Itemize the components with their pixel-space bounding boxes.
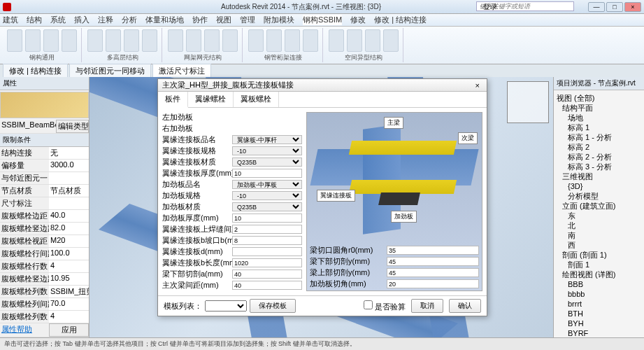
tree-item[interactable]: BYH — [557, 318, 641, 328]
minimize-button[interactable]: — — [588, 2, 605, 12]
prop-value[interactable]: 82.0 — [49, 223, 89, 234]
ribbon-button[interactable] — [142, 29, 157, 52]
menu-item[interactable]: 管理 — [240, 15, 255, 25]
prop-value[interactable]: SSBIM_扭剪... — [49, 286, 89, 298]
menu-item[interactable]: 协作 — [192, 15, 208, 25]
tree-item[interactable]: 三维视图 — [557, 172, 641, 181]
edit-type-button[interactable]: 编辑类型 — [56, 120, 89, 133]
subbar-item[interactable]: 修改 | 结构连接 — [3, 64, 68, 78]
ribbon-button[interactable] — [204, 29, 220, 52]
tree-item[interactable]: 东 — [557, 211, 641, 220]
template-list-select[interactable] — [205, 300, 247, 312]
tree-item[interactable]: bbbb — [557, 289, 641, 299]
ribbon-button[interactable] — [124, 29, 139, 52]
tree-item[interactable]: 南 — [557, 230, 641, 240]
field-select[interactable]: Q235B — [232, 158, 302, 167]
field-input[interactable] — [232, 169, 302, 178]
tree-item[interactable]: 标高 2 - 分析 — [557, 152, 641, 162]
tree-item[interactable]: 剖面 1 — [557, 260, 641, 270]
tree-item[interactable]: 标高 1 - 分析 — [557, 132, 641, 142]
menu-item[interactable]: 体量和场地 — [145, 15, 184, 25]
menu-item[interactable]: 注释 — [98, 15, 113, 25]
field-select[interactable]: 加劲板-中厚板 — [232, 180, 302, 189]
tree-item[interactable]: 西 — [557, 240, 641, 250]
cancel-button[interactable]: 取消 — [411, 299, 443, 313]
ribbon-button[interactable] — [266, 29, 282, 52]
ribbon-button[interactable] — [285, 29, 300, 52]
prop-value[interactable]: 4 — [49, 260, 89, 272]
prop-value[interactable] — [49, 172, 89, 184]
menu-item[interactable]: 视图 — [216, 15, 231, 25]
ribbon-button[interactable] — [186, 29, 201, 52]
tree-item[interactable]: 视图 (全部) — [557, 93, 641, 103]
prop-value[interactable]: 10.95 — [49, 273, 89, 285]
menu-item[interactable]: 插入 — [74, 15, 90, 25]
menu-item[interactable]: 系统 — [50, 15, 66, 25]
field-input[interactable] — [232, 281, 302, 290]
menu-item[interactable]: 分析 — [122, 15, 137, 25]
ok-button[interactable]: 确认 — [449, 299, 481, 313]
prop-value[interactable]: 70.0 — [49, 298, 89, 310]
ribbon-button[interactable] — [106, 29, 121, 52]
type-family[interactable]: SSBIM_BeamBeamS_H_H_Fix_1 — [0, 120, 56, 133]
tree-item[interactable]: brrrt — [557, 299, 641, 309]
ribbon-button[interactable] — [329, 29, 344, 52]
field-input[interactable] — [387, 246, 479, 255]
tree-item[interactable]: {3D} — [557, 181, 641, 191]
tree-item[interactable]: 标高 1 — [557, 122, 641, 132]
menu-item[interactable]: 钢构SSBIM — [303, 15, 342, 25]
props-help-link[interactable]: 属性帮助 — [0, 323, 49, 337]
viewcube[interactable] — [507, 81, 549, 123]
ribbon-button[interactable] — [7, 29, 22, 52]
prop-value[interactable]: 节点材质 — [49, 185, 89, 197]
dialog-tab[interactable]: 翼板螺栓 — [234, 92, 279, 107]
tree-item[interactable]: 标高 3 - 分析 — [557, 162, 641, 172]
field-select[interactable]: Q235B — [232, 202, 302, 211]
tree-item[interactable]: BYRF — [557, 328, 641, 337]
tree-item[interactable]: 剖面 (剖面 1) — [557, 250, 641, 260]
dialog-tab[interactable]: 板件 — [158, 92, 188, 108]
field-input[interactable] — [387, 279, 479, 288]
tree-item[interactable]: 结构平面 — [557, 103, 641, 113]
verify-checkbox[interactable]: 是否验算 — [364, 300, 406, 312]
field-input[interactable] — [232, 258, 302, 267]
prop-value[interactable]: 无 — [49, 147, 89, 159]
ribbon-button[interactable] — [87, 29, 103, 52]
ribbon-button[interactable] — [347, 29, 362, 52]
subbar-item[interactable]: 与邻近图元一同移动 — [69, 64, 151, 78]
dialog-close-button[interactable]: × — [473, 81, 482, 90]
field-select[interactable]: -10 — [232, 191, 302, 200]
field-input[interactable] — [232, 247, 302, 256]
ribbon-button[interactable] — [365, 29, 380, 52]
prop-value[interactable] — [49, 197, 89, 209]
subbar-item[interactable]: 激活尺寸标注 — [152, 64, 211, 78]
field-input[interactable] — [232, 270, 302, 279]
tree-item[interactable]: 绘图视图 (详图) — [557, 270, 641, 279]
app-menu-icon[interactable] — [3, 3, 11, 11]
ribbon-button[interactable] — [43, 29, 59, 52]
field-input[interactable] — [232, 214, 302, 223]
tree-item[interactable]: 场地 — [557, 113, 641, 122]
menu-item[interactable]: 修改 — [350, 15, 366, 25]
ribbon-button[interactable] — [25, 29, 41, 52]
maximize-button[interactable]: □ — [606, 2, 623, 12]
prop-value[interactable]: 40.0 — [49, 210, 89, 222]
field-input[interactable] — [232, 236, 302, 245]
field-input[interactable] — [387, 268, 479, 277]
field-select[interactable]: 翼缘板-中厚杆 — [232, 135, 302, 144]
prop-value[interactable]: M20 — [49, 235, 89, 247]
tree-item[interactable]: 北 — [557, 220, 641, 230]
tree-item[interactable]: 分析模型 — [557, 191, 641, 201]
dialog-tab[interactable]: 翼缘螺栓 — [188, 92, 234, 107]
prop-value[interactable]: 3000.0 — [49, 160, 89, 172]
menu-item[interactable]: 结构 — [27, 15, 42, 25]
field-select[interactable]: -10 — [232, 146, 302, 155]
ribbon-button[interactable] — [222, 29, 238, 52]
prop-value[interactable]: 100.0 — [49, 248, 89, 260]
menu-item[interactable]: 建筑 — [3, 15, 18, 25]
save-template-button[interactable]: 保存模板 — [250, 299, 296, 313]
ribbon-button[interactable] — [303, 29, 318, 52]
ribbon-button[interactable] — [248, 29, 264, 52]
menu-item[interactable]: 修改 | 结构连接 — [374, 15, 427, 25]
ribbon-button[interactable] — [383, 29, 399, 52]
